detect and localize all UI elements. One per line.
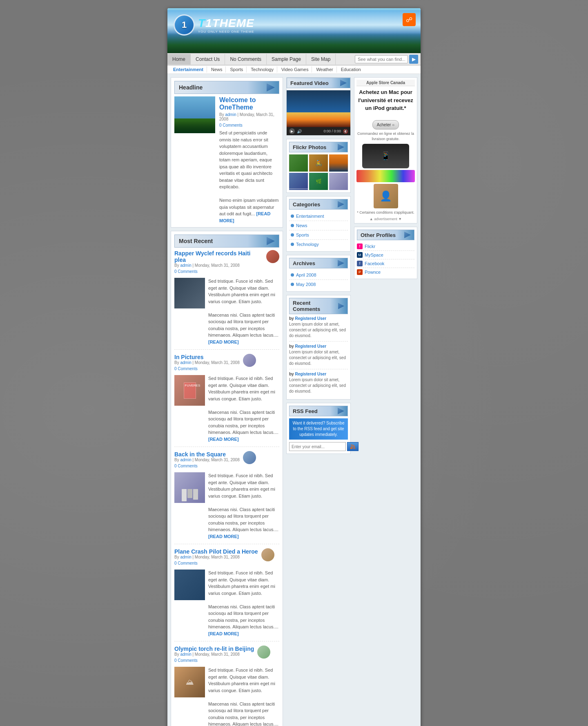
article-body-row: Sed tristique. Fusce id nibh. Sed eget a… [174,278,279,345]
headline-comments[interactable]: 0 Comments [219,123,279,127]
nav-item-contact[interactable]: Contact Us [191,54,225,65]
archive-list-item[interactable]: April 2008 [289,270,348,280]
category-list-item[interactable]: Sports [289,230,348,240]
center-column: Featured Video ▶ 🔊 0:00 / 0:00 🔇 [286,77,351,726]
article-body: Sed tristique. Fusce id nibh. Sed eget a… [208,570,279,637]
video-player[interactable] [287,90,350,127]
read-more[interactable]: [READ MORE] [208,631,239,636]
article-author[interactable]: admin [180,652,191,657]
flickr-thumb[interactable] [289,173,308,190]
avatar [243,354,256,367]
cat-item-education[interactable]: Education [338,66,364,73]
archives-header: Archives [289,258,348,268]
headline-title[interactable]: Welcome to OneTheme [219,96,279,111]
rss-header-icon[interactable]: ☍ [403,13,416,26]
comment-text: Lorem ipsum dolor sit amet, consectet ur… [289,349,348,366]
article-item: Rapper Wyclef records Haiti plea By admi… [174,250,279,350]
ad-avatar: 👤 [374,184,398,208]
article-title[interactable]: Back in the Square [174,451,240,458]
cat-item-entertainment[interactable]: Entertainment [170,66,207,73]
pownce-icon: P [357,269,363,275]
avatar [257,646,270,659]
article-thumbnail: ⛰ [174,667,205,697]
article-comments[interactable]: 0 Comments [174,269,263,274]
article-comments[interactable]: 0 Comments [174,366,240,371]
headline-content: Welcome to OneTheme By admin | Monday, M… [219,96,279,224]
article-header: Back in the Square By admin | Monday, Ma… [174,451,279,470]
archive-list-item[interactable]: May 2008 [289,280,348,289]
article-body-row: ⛰ Sed tristique. Fusce id nibh. Sed eget… [174,667,279,726]
article-author[interactable]: admin [180,360,191,365]
article-author[interactable]: admin [180,458,191,462]
logo-circle-icon[interactable]: 1 [174,14,195,36]
read-more[interactable]: [READ MORE] [208,534,239,539]
flickr-thumb[interactable] [329,154,348,172]
article-body-row: Sed tristique. Fusce id nibh. Sed eget a… [174,472,279,540]
article-author[interactable]: admin [180,263,191,268]
nav-item-sample[interactable]: Sample Page [267,54,306,65]
ad-sub1: Commandez en ligne et obtenez la livrais… [356,131,415,142]
article-header: Plane Crash Pilot Died a Heroe By admin … [174,548,279,567]
article-title[interactable]: Rapper Wyclef records Haiti plea [174,250,263,263]
comment-item: by Registered User Lorem ipsum dolor sit… [289,344,348,369]
flickr-thumb[interactable]: 🌿 [309,173,328,190]
nav-item-home[interactable]: Home [167,54,191,65]
volume-icon[interactable]: 🔊 [297,129,302,134]
nav-item-nocomments[interactable]: No Comments [225,54,267,65]
flickr-thumb[interactable] [289,154,308,172]
read-more[interactable]: [READ MORE] [208,340,239,344]
article-title[interactable]: Olympic torch re-lit in Beijing [174,646,254,652]
rss-feed-section: RSS Feed Want it delivered? Subscribe to… [286,403,351,454]
article-comments[interactable]: 0 Comments [174,561,258,565]
read-more[interactable]: [READ MORE] [208,437,239,442]
avatar [243,451,256,464]
iphone-graphic: 📱 [362,144,409,168]
category-list-item[interactable]: News [289,221,348,230]
profile-item-facebook[interactable]: f Facebook [357,259,414,268]
article-comments[interactable]: 0 Comments [174,464,240,468]
rss-email-input[interactable] [289,442,346,451]
article-comments[interactable]: 0 Comments [174,658,254,663]
site-title: T1Theme [198,17,254,30]
comment-author: by Registered User [289,316,348,321]
cat-item-news[interactable]: News [208,66,226,73]
avatar [266,250,279,263]
cat-item-sports[interactable]: Sports [227,66,247,73]
pencils-graphic [356,170,415,182]
rss-banner: Want it delivered? Subscribe to the RSS … [289,418,348,440]
article-title[interactable]: Plane Crash Pilot Died a Heroe [174,548,258,555]
recent-comments-section: Recent Comments by Registered User Lorem… [286,295,351,400]
article-meta: By admin | Monday, March 31, 2008 [174,555,258,559]
profile-item-myspace[interactable]: M MySpace [357,251,414,259]
cat-item-technology[interactable]: Technology [247,66,277,73]
category-list-item[interactable]: Entertainment [289,212,348,221]
ad-acheter-button[interactable]: Acheter ○ [372,120,399,130]
nav-item-sitemap[interactable]: Site Map [306,54,336,65]
category-list-item[interactable]: Technology [289,240,348,249]
header-landscape [167,33,421,53]
categories-header: Categories [289,199,348,210]
main-content: Headline Welcome to OneTheme By admin | … [167,74,421,726]
article-header: In Pictures By admin | Monday, March 31,… [174,354,279,373]
profile-item-flickr[interactable]: f Flickr [357,242,414,251]
profile-item-pownce[interactable]: P Pownce [357,268,414,276]
cat-item-weather[interactable]: Weather [313,66,336,73]
article-author[interactable]: admin [180,555,191,559]
headline-body: Sed ut perspiciatis unde omnis iste natu… [219,130,279,224]
headline-author[interactable]: admin [225,112,236,117]
search-button[interactable]: ▶ [409,55,418,64]
site-tagline: YOU ONLY NEED ONE THEME [198,30,254,34]
search-input[interactable] [355,55,408,63]
flickr-grid: 🚴 🌿 [289,154,348,190]
avatar [261,548,274,561]
flickr-thumb[interactable] [329,173,348,190]
article-body-row: Sed tristique. Fusce id nibh. Sed eget a… [174,570,279,637]
flickr-thumb[interactable]: 🚴 [309,154,328,172]
play-button[interactable]: ▶ [289,128,295,134]
article-title[interactable]: In Pictures [174,354,240,360]
cat-bullet-icon [291,233,294,237]
ad-brand: Apple Store Canada [356,80,415,86]
article-thumbnail [174,570,205,600]
cat-item-videogames[interactable]: Video Games [278,66,312,73]
mute-icon[interactable]: 🔇 [343,129,348,134]
